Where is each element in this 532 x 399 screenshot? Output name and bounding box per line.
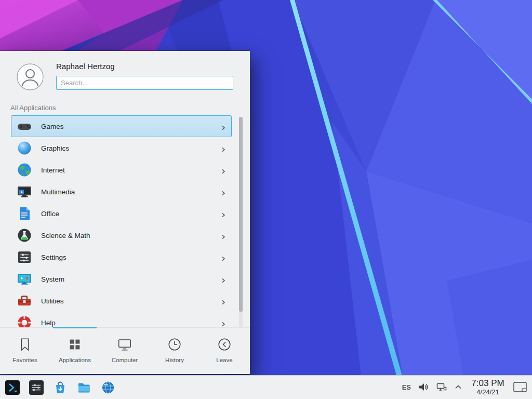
category-label: Utilities — [41, 297, 64, 305]
history-clock-icon — [167, 337, 182, 352]
tab-label: History — [165, 357, 184, 363]
tab-favorites[interactable]: Favorites — [0, 328, 50, 375]
scrollbar-track[interactable] — [239, 117, 243, 327]
category-label: Office — [41, 210, 59, 218]
scrollbar-thumb[interactable] — [239, 117, 243, 312]
user-name: Raphael Hertzog — [56, 62, 115, 71]
search-input[interactable] — [56, 76, 233, 90]
chevron-right-icon — [220, 145, 227, 152]
category-list: Games Graphics Internet — [11, 115, 232, 327]
volume-icon[interactable] — [418, 381, 429, 393]
chevron-right-icon — [220, 211, 227, 217]
category-system[interactable]: System — [11, 268, 232, 290]
tab-applications[interactable]: Applications — [50, 328, 100, 375]
office-icon — [16, 205, 33, 222]
file-manager-icon[interactable] — [77, 380, 91, 395]
section-label: All Applications — [10, 104, 56, 112]
app-launcher-icon[interactable] — [5, 380, 20, 395]
category-internet[interactable]: Internet — [11, 159, 232, 181]
category-label: Science & Math — [41, 232, 90, 240]
category-multimedia[interactable]: Multimedia — [11, 181, 232, 203]
category-games[interactable]: Games — [11, 115, 232, 137]
category-label: Multimedia — [41, 188, 75, 196]
application-launcher: Raphael Hertzog All Applications Games G… — [0, 51, 250, 374]
science-icon — [16, 227, 33, 244]
category-label: Graphics — [41, 144, 69, 152]
web-browser-icon[interactable] — [101, 380, 115, 395]
tab-computer[interactable]: Computer — [100, 328, 150, 375]
network-icon[interactable] — [436, 381, 447, 393]
utilities-icon — [16, 292, 33, 309]
help-icon — [16, 314, 33, 327]
internet-icon — [16, 162, 33, 178]
multimedia-icon — [16, 183, 33, 200]
computer-monitor-icon — [117, 337, 132, 352]
chevron-right-icon — [220, 124, 227, 130]
chevron-right-icon — [220, 255, 227, 261]
category-label: Settings — [41, 254, 66, 261]
chevron-right-icon — [220, 320, 227, 326]
expand-caret-icon[interactable] — [454, 383, 462, 391]
tab-label: Computer — [112, 357, 138, 363]
category-office[interactable]: Office — [11, 203, 232, 224]
clock-date: 4/24/21 — [469, 389, 507, 396]
leave-icon — [217, 337, 232, 352]
system-icon — [16, 271, 33, 287]
show-desktop-icon[interactable] — [513, 382, 527, 392]
applications-grid-icon — [67, 337, 83, 352]
category-science-math[interactable]: Science & Math — [11, 224, 232, 246]
chevron-right-icon — [220, 167, 227, 174]
category-utilities[interactable]: Utilities — [11, 290, 232, 312]
desktop: Raphael Hertzog All Applications Games G… — [0, 0, 532, 399]
avatar[interactable] — [17, 63, 44, 90]
chevron-right-icon — [220, 233, 227, 239]
taskbar-panel: ES 7:03 PM 4/24/21 — [0, 375, 532, 399]
chevron-right-icon — [220, 298, 227, 304]
system-tray: ES 7:03 PM 4/24/21 — [402, 378, 532, 396]
category-settings[interactable]: Settings — [11, 246, 232, 268]
digital-clock[interactable]: 7:03 PM 4/24/21 — [469, 378, 507, 396]
category-label: Help — [41, 319, 56, 327]
settings-icon — [16, 249, 33, 265]
tab-label: Applications — [59, 357, 91, 363]
taskbar-launchers — [0, 380, 115, 395]
category-label: System — [41, 275, 64, 283]
graphics-icon — [16, 140, 33, 156]
settings-terminal-icon[interactable] — [29, 380, 44, 395]
category-label: Games — [41, 123, 64, 130]
category-help[interactable]: Help — [11, 312, 232, 327]
tab-history[interactable]: History — [150, 328, 200, 375]
tab-leave[interactable]: Leave — [200, 328, 249, 375]
chevron-right-icon — [220, 276, 227, 283]
favorites-bookmark-icon — [17, 337, 33, 352]
category-label: Internet — [41, 166, 65, 174]
chevron-right-icon — [220, 189, 227, 195]
tab-label: Favorites — [12, 357, 37, 363]
games-icon — [16, 118, 33, 135]
clock-time: 7:03 PM — [469, 378, 507, 389]
tab-label: Leave — [216, 357, 232, 363]
launcher-tabbar: Favorites Applications Computer History — [0, 327, 250, 374]
discover-icon[interactable] — [53, 380, 68, 395]
category-graphics[interactable]: Graphics — [11, 137, 232, 159]
keyboard-layout-indicator[interactable]: ES — [402, 383, 411, 391]
